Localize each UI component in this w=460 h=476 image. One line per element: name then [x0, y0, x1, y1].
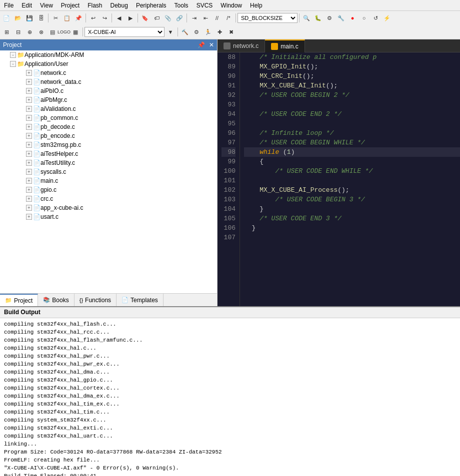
code-content[interactable]: /* Initialize all configured p MX_GPIO_I…	[240, 52, 460, 306]
menu-window[interactable]: Window	[216, 1, 246, 10]
nav-back-button[interactable]: ◀	[114, 12, 124, 23]
menu-edit[interactable]: Edit	[18, 1, 36, 10]
expander-app[interactable]: -	[10, 61, 16, 67]
tb2-btn4[interactable]: ⊗	[36, 26, 46, 37]
project-combo[interactable]: X-CUBE-AI	[84, 27, 164, 37]
bookmark4-button[interactable]: 🔗	[174, 12, 185, 23]
tree-item-gpio[interactable]: + 📄 gpio.c	[0, 185, 217, 194]
tree-item-main[interactable]: + 📄 main.c	[0, 176, 217, 185]
tool2-button[interactable]: 🐛	[312, 12, 324, 23]
build-output[interactable]: compiling stm32f4xx_hal_flash.c... compi…	[0, 318, 460, 476]
close-panel-icon[interactable]: ✕	[209, 41, 214, 48]
expander-aitesthelper[interactable]: +	[26, 151, 32, 157]
tb2-btn5[interactable]: ▤	[47, 26, 58, 37]
tree-item-usart[interactable]: + 📄 usart.c	[0, 212, 217, 221]
undo-button[interactable]: ↩	[88, 12, 98, 23]
nav-fwd-button[interactable]: ▶	[125, 12, 136, 23]
tree-item-syscalls[interactable]: + 📄 syscalls.c	[0, 167, 217, 176]
paste-button[interactable]: 📌	[73, 12, 84, 23]
tb2-btn1[interactable]: ⊞	[1, 26, 12, 37]
menu-project[interactable]: Project	[57, 1, 84, 10]
bookmark-button[interactable]: 🔖	[140, 12, 150, 23]
menu-debug[interactable]: Debug	[106, 1, 132, 10]
tree-item-stm32msg[interactable]: + 📄 stm32msg.pb.c	[0, 140, 217, 149]
expander-pbencode[interactable]: +	[26, 133, 32, 139]
tree-item-mdk-arm[interactable]: - 📁 Application/MDK-ARM	[0, 50, 217, 59]
expander-mdk[interactable]: -	[10, 52, 16, 58]
menu-view[interactable]: View	[36, 1, 57, 10]
bookmark2-button[interactable]: 🏷	[151, 12, 162, 23]
tool4-button[interactable]: 🔧	[336, 12, 346, 23]
tb2-btn7[interactable]: ▦	[70, 26, 81, 37]
tree-item-pbcommon[interactable]: + 📄 pb_common.c	[0, 113, 217, 122]
editor-tab-network[interactable]: network.c	[218, 39, 265, 52]
expander-stm32msg[interactable]: +	[26, 142, 32, 148]
tree-item-aipbio[interactable]: + 📄 aiPbIO.c	[0, 86, 217, 95]
tb2-btn6[interactable]: LOGO	[58, 26, 70, 37]
tree-item-app-user[interactable]: - 📁 Application/User	[0, 59, 217, 68]
tb2-tool5[interactable]: ✖	[226, 26, 236, 37]
run-button[interactable]: ●	[347, 12, 358, 23]
copy-button[interactable]: 📋	[62, 12, 72, 23]
expander-crc[interactable]: +	[26, 196, 32, 202]
tool1-button[interactable]: 🔍	[301, 12, 312, 23]
new-file-button[interactable]: 📄	[1, 12, 12, 23]
menu-help[interactable]: Help	[246, 1, 266, 10]
tab-templates[interactable]: 📄 Templates	[116, 294, 164, 306]
tree-item-network[interactable]: + 📄 network.c	[0, 68, 217, 77]
redo-button[interactable]: ↪	[99, 12, 110, 23]
cut-button[interactable]: ✂	[50, 12, 61, 23]
tree-item-pbencode[interactable]: + 📄 pb_encode.c	[0, 131, 217, 140]
menu-svcs[interactable]: SVCS	[192, 1, 217, 10]
expander-aitestutility[interactable]: +	[26, 160, 32, 166]
tb2-tool3[interactable]: 🏃	[202, 26, 214, 37]
tree-item-appxcubeai[interactable]: + 📄 app_x-cube-ai.c	[0, 203, 217, 212]
comment-button[interactable]: //	[212, 12, 222, 23]
tree-item-aipbmgr[interactable]: + 📄 aiPbMgr.c	[0, 95, 217, 104]
tree-item-pbdecode[interactable]: + 📄 pb_decode.c	[0, 122, 217, 131]
menu-file[interactable]: File	[0, 1, 18, 10]
tb2-tool4[interactable]: ✚	[214, 26, 225, 37]
pin-icon[interactable]: 📌	[198, 41, 205, 48]
symbol-combo[interactable]: SD_BLOCKSIZE	[238, 13, 298, 23]
tb2-btn2[interactable]: ⊟	[12, 26, 24, 37]
tree-item-aitestutility[interactable]: + 📄 aiTestUtility.c	[0, 158, 217, 167]
menu-peripherals[interactable]: Peripherals	[132, 1, 170, 10]
expander-network[interactable]: +	[26, 70, 32, 76]
expander-aipbio[interactable]: +	[26, 88, 32, 94]
expander-appxcubeai[interactable]: +	[26, 205, 32, 211]
save-all-button[interactable]: 🗄	[36, 12, 46, 23]
tb2-tool2[interactable]: ⚙	[191, 26, 202, 37]
menu-flash[interactable]: Flash	[84, 1, 106, 10]
expander-aipbmgr[interactable]: +	[26, 97, 32, 103]
tree-item-aitesthelper[interactable]: + 📄 aiTestHelper.c	[0, 149, 217, 158]
editor-tab-main[interactable]: main.c	[265, 39, 304, 52]
expander-pbdecode[interactable]: +	[26, 124, 32, 130]
tab-books[interactable]: 📚 Books	[38, 294, 74, 306]
expander-syscalls[interactable]: +	[26, 169, 32, 175]
bookmark3-button[interactable]: 📎	[162, 12, 174, 23]
indent2-button[interactable]: ⇤	[200, 12, 211, 23]
expander-pbcommon[interactable]: +	[26, 115, 32, 121]
indent-button[interactable]: ⇥	[188, 12, 200, 23]
combo-drop-button[interactable]: ▼	[165, 26, 176, 37]
tree-item-crc[interactable]: + 📄 crc.c	[0, 194, 217, 203]
expander-gpio[interactable]: +	[26, 187, 32, 193]
expander-aivalidation[interactable]: +	[26, 106, 32, 112]
expander-usart[interactable]: +	[26, 214, 32, 220]
open-button[interactable]: 📂	[12, 12, 24, 23]
comment2-button[interactable]: /*	[223, 12, 234, 23]
tool3-button[interactable]: ⚙	[324, 12, 335, 23]
expander-main[interactable]: +	[26, 178, 32, 184]
reset-button[interactable]: ↺	[370, 12, 381, 23]
power-button[interactable]: ⚡	[382, 12, 392, 23]
tb2-btn3[interactable]: ⊕	[24, 26, 35, 37]
expander-networkdata[interactable]: +	[26, 79, 32, 85]
menu-tools[interactable]: Tools	[170, 1, 192, 10]
save-button[interactable]: 💾	[24, 12, 35, 23]
tab-project[interactable]: 📁 Project	[0, 294, 38, 306]
tab-functions[interactable]: {} Functions	[74, 294, 116, 306]
stop-button[interactable]: ○	[358, 12, 370, 23]
tb2-tool1[interactable]: 🔨	[180, 26, 190, 37]
code-editor[interactable]: 88 89 90 91 92 93 94 95 96 97 98 99 100 …	[218, 52, 460, 306]
